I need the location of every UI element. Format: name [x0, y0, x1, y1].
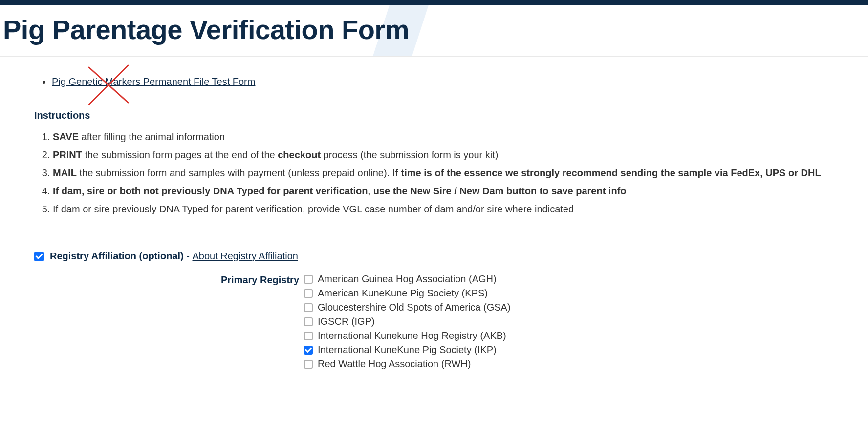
instruction-bold: If time is of the essence we strongly re…	[392, 168, 821, 178]
dash: -	[184, 251, 193, 261]
registry-option: American Guinea Hog Association (AGH)	[304, 274, 511, 285]
content-area: Pig Genetic Markers Permanent File Test …	[0, 57, 868, 389]
registry-option: Gloucestershire Old Spots of America (GS…	[304, 302, 511, 313]
registry-option-label: IGSCR (IGP)	[318, 316, 375, 327]
registry-option-label: International KuneKune Pig Society (IKP)	[318, 344, 497, 356]
page-header: Pig Parentage Verification Form	[0, 5, 868, 57]
instruction-bold: PRINT	[53, 149, 82, 160]
registry-affiliation-text: Registry Affiliation (optional) - About …	[50, 251, 298, 262]
instruction-item-3: MAIL the submission form and samples wit…	[53, 166, 834, 180]
registry-option: American KuneKune Pig Society (KPS)	[304, 288, 511, 299]
registry-option-label: American Guinea Hog Association (AGH)	[318, 274, 497, 285]
primary-registry-section: Primary Registry American Guinea Hog Ass…	[34, 274, 834, 370]
registry-affiliation-checkbox[interactable]	[34, 252, 44, 261]
registry-option-checkbox[interactable]	[304, 303, 313, 312]
registry-option-checkbox[interactable]	[304, 289, 313, 298]
instruction-bold: checkout	[278, 149, 321, 160]
about-registry-link[interactable]: About Registry Affiliation	[192, 251, 298, 261]
related-link-block: Pig Genetic Markers Permanent File Test …	[52, 76, 834, 87]
instructions-list: SAVE after filling the animal informatio…	[34, 130, 834, 216]
registry-option-checkbox[interactable]	[304, 275, 313, 284]
instruction-text: the submission form pages at the end of …	[82, 149, 278, 160]
instruction-bold: SAVE	[53, 131, 79, 142]
registry-option: International Kunekune Hog Registry (AKB…	[304, 330, 511, 341]
primary-registry-label-col: Primary Registry	[34, 274, 304, 370]
registry-option: Red Wattle Hog Association (RWH)	[304, 358, 511, 370]
registry-option: International KuneKune Pig Society (IKP)	[304, 344, 511, 356]
instruction-text: the submission form and samples with pay…	[77, 168, 392, 178]
registry-option-checkbox[interactable]	[304, 317, 313, 326]
instruction-text: process (the submission form is your kit…	[321, 149, 498, 160]
instruction-item-2: PRINT the submission form pages at the e…	[53, 148, 834, 162]
instruction-bold: If dam, sire or both not previously DNA …	[53, 186, 627, 196]
genetic-markers-link[interactable]: Pig Genetic Markers Permanent File Test …	[52, 76, 255, 87]
page-title: Pig Parentage Verification Form	[0, 5, 868, 56]
top-bar	[0, 0, 868, 5]
registry-option: IGSCR (IGP)	[304, 316, 511, 327]
instruction-item-4: If dam, sire or both not previously DNA …	[53, 184, 834, 198]
registry-option-checkbox[interactable]	[304, 346, 313, 355]
registry-option-label: International Kunekune Hog Registry (AKB…	[318, 330, 506, 341]
instruction-item-1: SAVE after filling the animal informatio…	[53, 130, 834, 144]
registry-option-label: Red Wattle Hog Association (RWH)	[318, 358, 471, 370]
instruction-text: If dam or sire previously DNA Typed for …	[53, 204, 574, 214]
registry-option-checkbox[interactable]	[304, 332, 313, 340]
registry-option-label: Gloucestershire Old Spots of America (GS…	[318, 302, 511, 313]
registry-affiliation-row: Registry Affiliation (optional) - About …	[34, 251, 834, 262]
instruction-text: after filling the animal information	[79, 131, 225, 142]
primary-registry-options: American Guinea Hog Association (AGH)Ame…	[304, 274, 511, 370]
primary-registry-label: Primary Registry	[221, 274, 299, 285]
instruction-bold: MAIL	[53, 168, 77, 178]
instructions-heading: Instructions	[34, 110, 834, 121]
list-item: Pig Genetic Markers Permanent File Test …	[52, 76, 834, 87]
instruction-item-5: If dam or sire previously DNA Typed for …	[53, 202, 834, 216]
registry-option-checkbox[interactable]	[304, 360, 313, 369]
registry-affiliation-label: Registry Affiliation (optional)	[50, 251, 184, 261]
registry-option-label: American KuneKune Pig Society (KPS)	[318, 288, 488, 299]
